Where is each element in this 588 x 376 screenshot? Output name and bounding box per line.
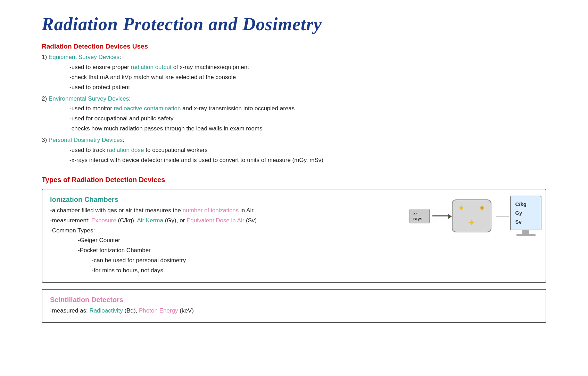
ionization-chambers-box: Ionization Chambers -a chamber filled wi… <box>42 189 546 283</box>
monitor-base <box>516 234 536 236</box>
item1-bullet3: -used to protect patient <box>69 83 546 93</box>
page-title: Radiation Protection and Dosimetry <box>42 14 546 34</box>
section1-heading: Radiation Detection Devices Uses <box>42 43 546 50</box>
ion-line6: -can be used for personal dosimetry <box>92 256 406 266</box>
item2-number: 2) <box>42 95 49 102</box>
item-personal-dosimetry: 3) Personal Dosimetry Devices: <box>42 135 546 145</box>
ion-line3: -Common Types: <box>50 226 406 236</box>
ion-line1: -a chamber filled with gas or air that m… <box>50 206 406 216</box>
item-environmental-survey: 2) Environmental Survey Devices: <box>42 94 546 104</box>
arrow-right-icon <box>432 215 449 216</box>
item-equipment-survey: 1) Equipment Survey Devices: <box>42 52 546 62</box>
ionization-box-content: Ionization Chambers -a chamber filled wi… <box>50 196 406 276</box>
ion-line2: -measurement: Exposure (C/kg), Air Kerma… <box>50 216 406 226</box>
ion-line7: -for mins to hours, not days <box>92 266 406 276</box>
wire-connector <box>496 216 509 216</box>
scintillation-box-content: Scintillation Detectors -measured as: Ra… <box>50 296 538 316</box>
ionization-heading: Ionization Chambers <box>50 196 406 204</box>
ion-line4: -Geiger Counter <box>78 236 406 246</box>
item1-label: Equipment Survey Devices <box>49 54 119 60</box>
scintillation-heading: Scintillation Detectors <box>50 296 538 304</box>
item2-label: Environmental Survey Devices <box>49 95 129 102</box>
ion-line5: -Pocket Ionization Chamber <box>78 246 406 256</box>
scint-line1: -measured as: Radioactivity (Bq), Photon… <box>50 306 538 316</box>
monitor-value-ckg: C/kg <box>515 200 537 209</box>
scintillation-detectors-box: Scintillation Detectors -measured as: Ra… <box>42 289 546 323</box>
monitor-value-sv: Sv <box>515 217 537 227</box>
chamber-cylinder: ✦ ✦ ✦ <box>452 199 492 232</box>
item1-bullet2: -check that mA and kVp match what are se… <box>69 72 546 83</box>
monitor-screen: C/kg Gy Sv <box>510 196 541 231</box>
item2-bullet2: -used for occupational and public safety <box>69 114 546 124</box>
star-particle-2: ✦ <box>478 203 486 214</box>
monitor-value-gy: Gy <box>515 208 537 217</box>
section2-heading: Types of Radiation Detection Devices <box>42 176 546 184</box>
item3-bullet2: -x-rays interact with device detector in… <box>69 155 546 165</box>
xray-label-box: x-rays <box>409 209 430 223</box>
monitor: C/kg Gy Sv <box>510 196 541 237</box>
star-particle-1: ✦ <box>457 203 465 214</box>
item1-bullet1: -used to ensure proper radiation output … <box>69 62 546 72</box>
star-particle-3: ✦ <box>468 217 475 228</box>
monitor-neck <box>522 230 529 234</box>
ionization-diagram: x-rays ✦ ✦ ✦ C/kg Gy Sv <box>406 196 538 237</box>
item2-bullet1: -used to monitor radioactive contaminati… <box>69 104 546 114</box>
item3-bullet1: -used to track radiation dose to occupat… <box>69 145 546 155</box>
item1-number: 1) <box>42 54 49 60</box>
item2-bullet3: -checks how much radiation passes throug… <box>69 124 546 134</box>
item3-number: 3) <box>42 137 49 143</box>
item3-label: Personal Dosimetry Devices <box>49 137 123 143</box>
